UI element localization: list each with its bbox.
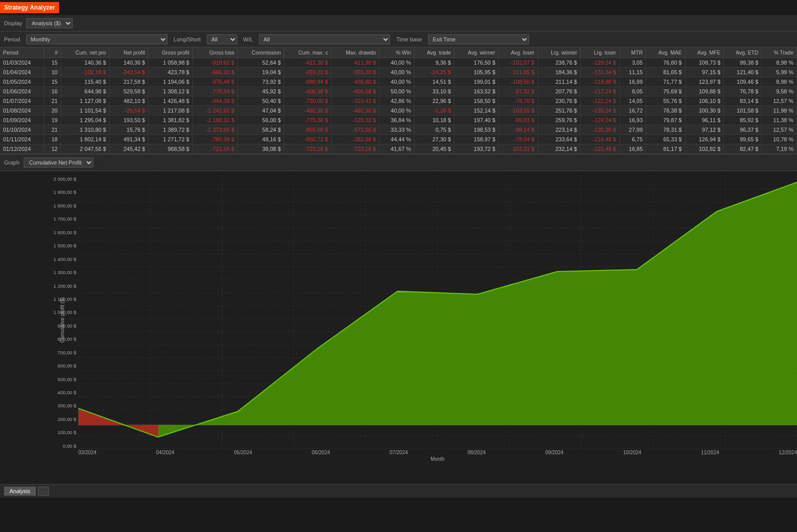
table-cell: 48,16 $ <box>238 135 284 144</box>
table-cell: 10 <box>44 68 61 77</box>
y-label-500: 500,00 $ <box>58 377 76 382</box>
table-cell: 6,75 <box>619 135 646 144</box>
table-cell: 96,11 $ <box>685 116 724 125</box>
table-cell: -122,24 $ <box>580 96 619 106</box>
table-cell: -117,24 $ <box>580 87 619 96</box>
table-cell: -99,03 $ <box>499 116 538 125</box>
table-cell: 109,88 $ <box>685 87 724 96</box>
table-cell: -778,54 $ <box>192 87 237 96</box>
wl-label: W/L <box>243 36 253 42</box>
table-cell: -528,32 $ <box>331 116 379 125</box>
table-cell: 8,98 % <box>762 77 797 87</box>
table-cell: 15 <box>44 77 61 87</box>
y-label-1100: 1 100,00 $ <box>54 296 76 302</box>
table-cell: 16,93 <box>619 116 646 125</box>
bottom-tabs: Analysis <box>0 484 797 498</box>
table-cell: 56,00 $ <box>238 116 284 125</box>
table-cell: -1 373,96 $ <box>192 125 237 135</box>
table-cell: -103,31 $ <box>499 144 538 154</box>
table-cell: -492,30 $ <box>284 106 332 116</box>
table-cell: 01/03/2024 <box>0 58 44 68</box>
table-cell: 50,00 % <box>379 87 414 96</box>
table-cell: 14,51 $ <box>414 77 454 87</box>
table-cell: -436,80 $ <box>331 77 379 87</box>
table-cell: -855,08 $ <box>284 125 332 135</box>
y-label-300: 300,00 $ <box>58 403 76 408</box>
table-cell: 12,57 % <box>762 96 797 106</box>
graph-type-select[interactable]: Cumulative Net Profit Net Profit Drawdow… <box>24 157 93 168</box>
col-header: # <box>44 47 61 58</box>
table-cell: 27,99 <box>619 125 646 135</box>
table-cell: 55,76 $ <box>646 96 685 106</box>
table-cell: 109,46 $ <box>724 77 762 87</box>
period-label: Period <box>4 36 20 42</box>
table-cell: -78,04 $ <box>499 135 538 144</box>
period-select[interactable]: Monthly Weekly Daily <box>26 34 168 44</box>
table-cell: -492,30 $ <box>331 106 379 116</box>
table-cell: 10,18 $ <box>414 116 454 125</box>
col-header: Avg. MFE <box>685 47 724 58</box>
table-cell: -411,30 $ <box>331 58 379 68</box>
tab-analysis[interactable]: Analysis <box>4 487 36 496</box>
wl-select[interactable]: All Win Loss <box>259 34 390 44</box>
table-cell: 40,00 % <box>379 106 414 116</box>
table-cell: 16 <box>44 87 61 96</box>
table-cell: 11,98 % <box>762 106 797 116</box>
table-cell: 108,73 $ <box>685 58 724 68</box>
table-cell: 163,52 $ <box>454 87 499 96</box>
y-axis-title: Cumulative profit ($) <box>60 297 65 343</box>
table-cell: 79,87 $ <box>646 116 685 125</box>
x-label-2: 05/2024 <box>234 450 252 455</box>
x-label-6: 09/2024 <box>545 450 563 455</box>
table-cell: 01/08/2024 <box>0 106 44 116</box>
y-label-0: 0,00 $ <box>63 443 76 449</box>
table-cell: -124,24 $ <box>580 116 619 125</box>
table-row: 01/04/202410-102,18 $-242,54 $423,78 $-6… <box>0 68 797 77</box>
table-cell: 140,36 $ <box>61 58 110 68</box>
table-cell: 40,00 % <box>379 68 414 77</box>
col-header: Avg. MAE <box>646 47 685 58</box>
table-cell: 102,92 $ <box>685 144 724 154</box>
table-cell: 7,19 % <box>762 144 797 154</box>
graph-label: Graph <box>4 159 20 166</box>
data-table: Period#Cum. net proNet profitGross profi… <box>0 47 797 154</box>
table-cell: 8,05 <box>619 87 646 96</box>
table-cell: 58,24 $ <box>238 125 284 135</box>
tab-extra[interactable] <box>38 487 49 496</box>
table-cell: -723,16 $ <box>284 144 332 154</box>
table-cell: 19,04 $ <box>238 68 284 77</box>
table-cell: 16,85 <box>619 144 646 154</box>
table-cell: 01/04/2024 <box>0 68 44 77</box>
table-cell: -111,05 $ <box>499 68 538 77</box>
table-cell: 176,50 $ <box>454 58 499 68</box>
table-row: 01/05/202415115,40 $217,58 $1 194,06 $-9… <box>0 77 797 87</box>
y-label-1200: 1 200,00 $ <box>54 283 76 289</box>
table-cell: 491,34 $ <box>110 135 148 144</box>
table-cell: 423,78 $ <box>148 68 193 77</box>
table-body: 01/03/202415140,36 $140,36 $1 058,98 $-9… <box>0 58 797 154</box>
graph-bar: Graph Cumulative Net Profit Net Profit D… <box>0 154 797 171</box>
table-cell: 529,58 $ <box>110 87 148 96</box>
table-cell: -723,16 $ <box>192 144 237 154</box>
x-axis-title: Month <box>78 455 797 464</box>
table-cell: 01/06/2024 <box>0 87 44 96</box>
col-header: Avg. loser <box>499 47 538 58</box>
table-cell: 1 389,72 $ <box>148 125 193 135</box>
table-cell: -118,88 $ <box>580 77 619 87</box>
cumulative-profit-chart <box>78 176 797 449</box>
table-cell: 197,40 $ <box>454 116 499 125</box>
col-header: Cum. net pro <box>61 47 110 58</box>
y-label-1400: 1 400,00 $ <box>54 256 76 262</box>
table-cell: 38,08 $ <box>238 144 284 154</box>
table-cell: 40,00 % <box>379 77 414 87</box>
y-label-1500: 1 500,00 $ <box>54 243 76 248</box>
table-cell: 158,50 $ <box>454 96 499 106</box>
longshort-select[interactable]: All Long Short <box>207 34 237 44</box>
display-select[interactable]: Analysis ($) <box>26 18 73 28</box>
col-header: % Win <box>379 47 414 58</box>
col-header: Lrg. loser <box>580 47 619 58</box>
timebase-label: Time base <box>396 36 422 42</box>
table-cell: 2 047,56 $ <box>61 144 110 154</box>
timebase-select[interactable]: Exit Time Entry Time <box>428 34 529 44</box>
y-label-1600: 1 600,00 $ <box>54 230 76 235</box>
